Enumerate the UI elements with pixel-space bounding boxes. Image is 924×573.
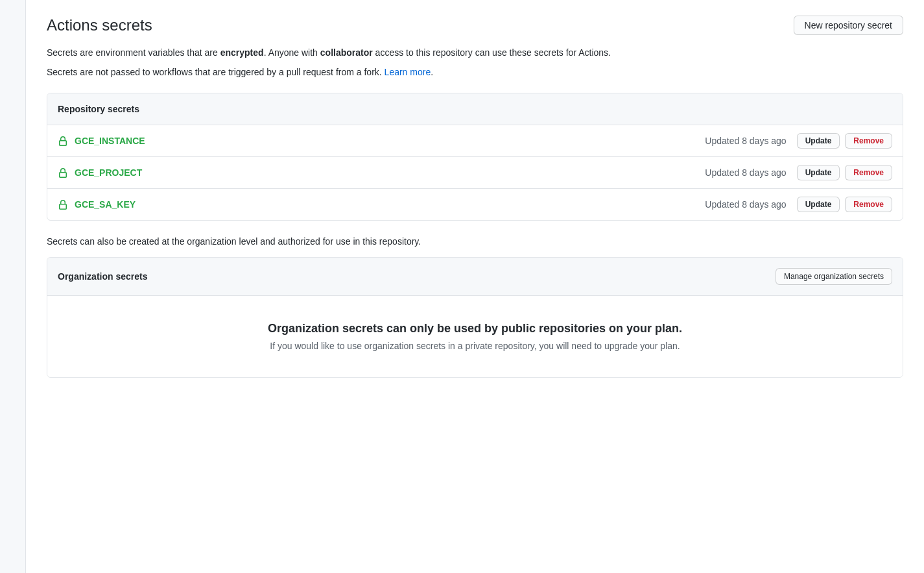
- secret-updated: Updated 8 days ago: [705, 199, 786, 210]
- desc-encrypted: encrypted: [220, 47, 264, 58]
- secret-updated: Updated 8 days ago: [705, 167, 786, 178]
- main-content: Actions secrets New repository secret Se…: [26, 0, 924, 573]
- secret-name: GCE_PROJECT: [75, 167, 705, 178]
- desc-fork-prefix: Secrets are not passed to workflows that…: [47, 67, 385, 77]
- sidebar: [0, 0, 26, 573]
- secret-actions: Update Remove: [797, 133, 892, 149]
- repo-secrets-title: Repository secrets: [58, 104, 139, 114]
- repository-secrets-section: Repository secrets GCE_INSTANCE Updated …: [47, 93, 903, 221]
- secret-row: GCE_PROJECT Updated 8 days ago Update Re…: [47, 157, 903, 189]
- desc-prefix: Secrets are environment variables that a…: [47, 47, 220, 58]
- org-info-text: Secrets can also be created at the organ…: [47, 236, 903, 247]
- remove-button[interactable]: Remove: [845, 165, 892, 180]
- lock-icon: [58, 199, 68, 210]
- secret-actions: Update Remove: [797, 165, 892, 180]
- desc-collaborator: collaborator: [320, 47, 373, 58]
- page-title: Actions secrets: [47, 16, 152, 34]
- lock-icon: [58, 135, 68, 147]
- secret-actions: Update Remove: [797, 197, 892, 212]
- org-empty-state: Organization secrets can only be used by…: [47, 296, 903, 377]
- repo-secrets-header: Repository secrets: [47, 93, 903, 125]
- page-header: Actions secrets New repository secret: [47, 16, 903, 35]
- desc-middle: . Anyone with: [264, 47, 320, 58]
- org-empty-title: Organization secrets can only be used by…: [63, 322, 887, 335]
- secret-row: GCE_INSTANCE Updated 8 days ago Update R…: [47, 125, 903, 157]
- update-button[interactable]: Update: [797, 165, 840, 180]
- new-repository-secret-button[interactable]: New repository secret: [794, 16, 903, 35]
- description-line2: Secrets are not passed to workflows that…: [47, 65, 903, 79]
- description-line1: Secrets are environment variables that a…: [47, 45, 903, 60]
- org-secrets-title: Organization secrets: [58, 271, 148, 282]
- manage-organization-secrets-button[interactable]: Manage organization secrets: [776, 268, 892, 285]
- update-button[interactable]: Update: [797, 133, 840, 149]
- learn-more-link[interactable]: Learn more: [385, 67, 431, 77]
- org-secrets-header: Organization secrets Manage organization…: [47, 258, 903, 296]
- update-button[interactable]: Update: [797, 197, 840, 212]
- secret-name: GCE_INSTANCE: [75, 136, 705, 146]
- secret-updated: Updated 8 days ago: [705, 136, 786, 146]
- desc-period: .: [431, 67, 433, 77]
- desc-suffix: access to this repository can use these …: [373, 47, 611, 58]
- lock-icon: [58, 167, 68, 178]
- secret-name: GCE_SA_KEY: [75, 199, 705, 210]
- remove-button[interactable]: Remove: [845, 133, 892, 149]
- description-block: Secrets are environment variables that a…: [47, 45, 903, 80]
- organization-secrets-section: Organization secrets Manage organization…: [47, 257, 903, 378]
- remove-button[interactable]: Remove: [845, 197, 892, 212]
- secret-row: GCE_SA_KEY Updated 8 days ago Update Rem…: [47, 189, 903, 220]
- repo-secrets-list: GCE_INSTANCE Updated 8 days ago Update R…: [47, 125, 903, 220]
- org-empty-desc: If you would like to use organization se…: [63, 341, 887, 351]
